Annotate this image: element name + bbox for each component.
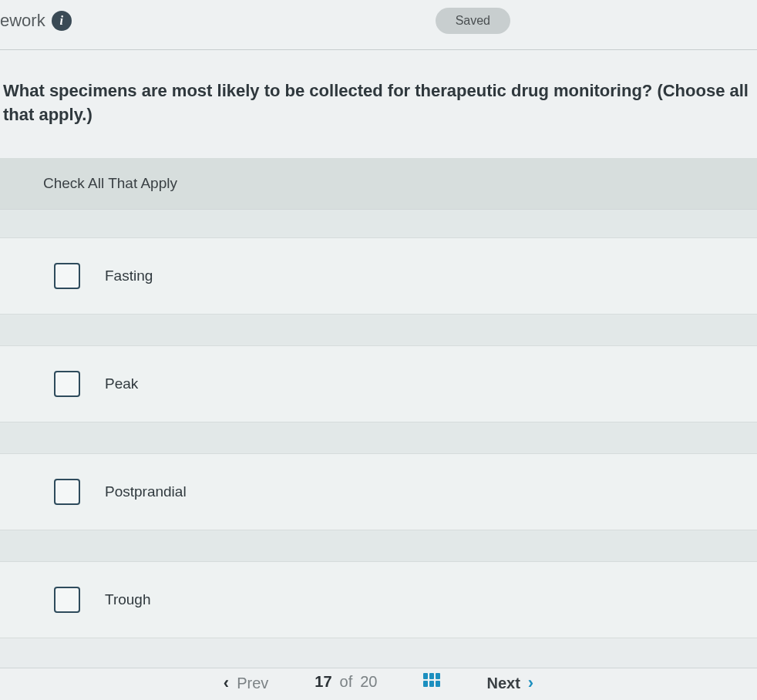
checkbox[interactable] <box>54 371 80 397</box>
options-list: Fasting Peak Postprandial Trough <box>0 210 757 638</box>
answer-section: Check All That Apply Fasting Peak Postpr… <box>0 158 757 638</box>
option-label: Peak <box>105 375 138 392</box>
next-button[interactable]: Next › <box>486 673 533 693</box>
next-label: Next <box>486 675 520 692</box>
total-number: 20 <box>360 673 377 691</box>
option-label: Postprandial <box>105 483 187 500</box>
grid-icon[interactable] <box>423 673 440 687</box>
question-text: What specimens are most likely to be col… <box>3 79 754 127</box>
prev-label: Prev <box>237 675 268 692</box>
nav-bar: ‹ Prev 17 of 20 Next › <box>0 668 757 700</box>
chevron-right-icon: › <box>528 673 533 693</box>
chevron-left-icon: ‹ <box>224 673 229 693</box>
of-word: of <box>340 673 353 691</box>
current-number: 17 <box>315 673 331 691</box>
checkbox[interactable] <box>54 587 80 613</box>
question-counter: 17 of 20 <box>315 673 377 691</box>
prev-button[interactable]: ‹ Prev <box>224 673 268 693</box>
option-row[interactable]: Peak <box>0 345 757 422</box>
checkbox[interactable] <box>54 479 80 505</box>
instructions-row: Check All That Apply <box>0 158 757 210</box>
checkbox[interactable] <box>54 263 80 289</box>
question-area: What specimens are most likely to be col… <box>0 50 757 158</box>
option-row[interactable]: Fasting <box>0 237 757 315</box>
saved-status-pill: Saved <box>436 8 510 34</box>
option-row[interactable]: Trough <box>0 561 757 638</box>
info-icon[interactable]: i <box>52 11 72 31</box>
breadcrumb-label: ework <box>0 11 45 31</box>
breadcrumb-section: ework i <box>0 11 72 31</box>
option-label: Fasting <box>105 268 153 284</box>
option-label: Trough <box>105 591 151 608</box>
instructions-text: Check All That Apply <box>43 175 757 192</box>
option-row[interactable]: Postprandial <box>0 453 757 530</box>
top-bar: ework i Saved <box>0 0 757 50</box>
